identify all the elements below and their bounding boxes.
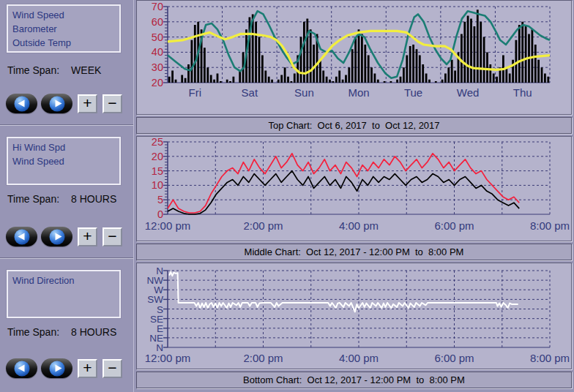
bottom-chart-caption: Bottom Chart: Oct 12, 2017 - 12:00 PM to… [136,372,572,388]
right-arrow-icon [49,361,64,376]
svg-text:6:00 pm: 6:00 pm [434,352,474,364]
scroll-right-button[interactable] [41,94,72,113]
bottom-nav-buttons: + − [0,358,133,380]
svg-text:2:00 pm: 2:00 pm [243,219,283,232]
list-item[interactable]: Wind Direction [12,274,119,287]
svg-text:Sat: Sat [242,86,258,99]
svg-text:70: 70 [152,1,163,12]
middle-time-span: Time Span:8 HOURS [7,193,116,205]
svg-text:5: 5 [157,194,163,206]
svg-text:8:00 pm: 8:00 pm [530,219,570,232]
middle-chart-caption: Middle Chart: Oct 12, 2017 - 12:00 PM to… [136,244,572,260]
time-span-value: WEEK [71,64,101,76]
svg-text:30: 30 [152,61,163,73]
svg-text:20: 20 [152,151,163,162]
list-item[interactable]: Hi Wind Spd [12,140,119,154]
zoom-in-button[interactable]: + [78,94,97,113]
right-arrow-icon [49,229,64,244]
bottom-time-span: Time Span:8 HOURS [7,326,116,338]
zoom-in-button[interactable]: + [78,359,97,378]
svg-text:Sun: Sun [294,86,314,99]
plus-icon: + [83,94,92,111]
svg-text:Fri: Fri [189,86,202,99]
minus-icon: − [108,359,116,376]
weather-charts-window: Wind Speed Barometer Outside Temp Time S… [0,0,574,392]
scroll-right-button[interactable] [41,358,72,378]
zoom-out-button[interactable]: − [102,94,122,113]
svg-text:15: 15 [152,165,163,177]
middle-nav-buttons: + − [0,227,133,249]
left-arrow-icon [14,96,29,111]
svg-text:6:00 pm: 6:00 pm [434,219,474,232]
bottom-chart-svg: NNWWSWSSEENEN12:00 pm2:00 pm4:00 pm6:00 … [137,263,572,369]
scroll-left-button[interactable] [6,358,37,378]
minus-icon: − [108,227,116,244]
time-span-label: Time Span: [7,326,59,338]
top-chart-variable-list[interactable]: Wind Speed Barometer Outside Temp [7,4,121,53]
time-span-label: Time Span: [7,193,59,205]
top-chart-plot: 203040506070FriSatSunMonTueWedThu [136,0,572,115]
svg-text:Mon: Mon [348,86,369,99]
chart-controls-column: Wind Speed Barometer Outside Temp Time S… [0,0,134,392]
time-span-value: 8 HOURS [71,326,116,338]
left-arrow-icon [14,229,29,244]
zoom-in-button[interactable]: + [78,227,97,246]
svg-text:10: 10 [152,179,163,191]
svg-text:12:00 pm: 12:00 pm [145,219,191,232]
list-item[interactable]: Wind Speed [12,154,119,168]
list-item[interactable]: Wind Speed [12,8,119,22]
bottom-chart-variable-list[interactable]: Wind Direction [7,270,121,318]
svg-text:2:00 pm: 2:00 pm [243,352,283,364]
svg-text:4:00 pm: 4:00 pm [339,352,379,364]
svg-text:8:00 pm: 8:00 pm [530,352,570,364]
middle-chart-variable-list[interactable]: Hi Wind Spd Wind Speed [7,137,121,185]
svg-text:40: 40 [152,46,163,58]
list-item[interactable]: Outside Temp [12,36,119,50]
middle-chart-plot: 051015202512:00 pm2:00 pm4:00 pm6:00 pm8… [136,136,572,241]
left-arrow-icon [14,361,29,376]
svg-text:Tue: Tue [404,86,422,99]
svg-text:Wed: Wed [457,86,480,99]
scroll-left-button[interactable] [6,94,37,113]
plus-icon: + [83,359,92,376]
top-chart-svg: 203040506070FriSatSunMonTueWedThu [137,1,572,115]
svg-text:Thu: Thu [513,86,532,99]
plus-icon: + [83,227,92,244]
time-span-value: 8 HOURS [71,193,116,205]
svg-text:0: 0 [157,208,163,220]
top-chart-caption: Top Chart: Oct 6, 2017 to Oct 12, 2017 [136,117,572,134]
zoom-out-button[interactable]: − [102,359,122,378]
svg-text:12:00 pm: 12:00 pm [145,352,191,364]
bottom-chart-plot: NNWWSWSSEENEN12:00 pm2:00 pm4:00 pm6:00 … [136,263,572,369]
list-item[interactable]: Barometer [12,22,119,36]
svg-text:4:00 pm: 4:00 pm [339,219,379,232]
scroll-left-button[interactable] [6,227,37,246]
scroll-right-button[interactable] [41,227,72,246]
right-arrow-icon [49,96,64,111]
top-nav-buttons: + − [0,94,133,116]
middle-chart-svg: 051015202512:00 pm2:00 pm4:00 pm6:00 pm8… [137,137,572,241]
svg-text:25: 25 [152,137,163,148]
time-span-label: Time Span: [7,64,59,76]
svg-text:60: 60 [152,16,163,28]
svg-text:20: 20 [152,77,163,88]
top-time-span: Time Span:WEEK [7,64,101,76]
zoom-out-button[interactable]: − [102,227,122,246]
minus-icon: − [108,94,116,111]
svg-text:50: 50 [152,31,163,43]
